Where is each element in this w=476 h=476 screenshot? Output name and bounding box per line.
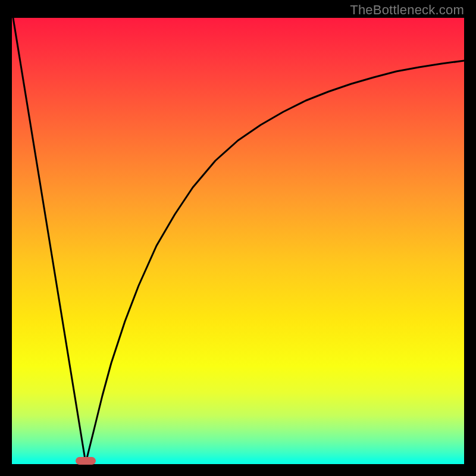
curve-path (13, 18, 464, 463)
bottleneck-marker (76, 457, 96, 465)
curve-layer (12, 18, 464, 464)
plot-area (12, 18, 464, 464)
watermark-text: TheBottleneck.com (350, 2, 464, 18)
chart-frame: TheBottleneck.com (0, 0, 476, 476)
